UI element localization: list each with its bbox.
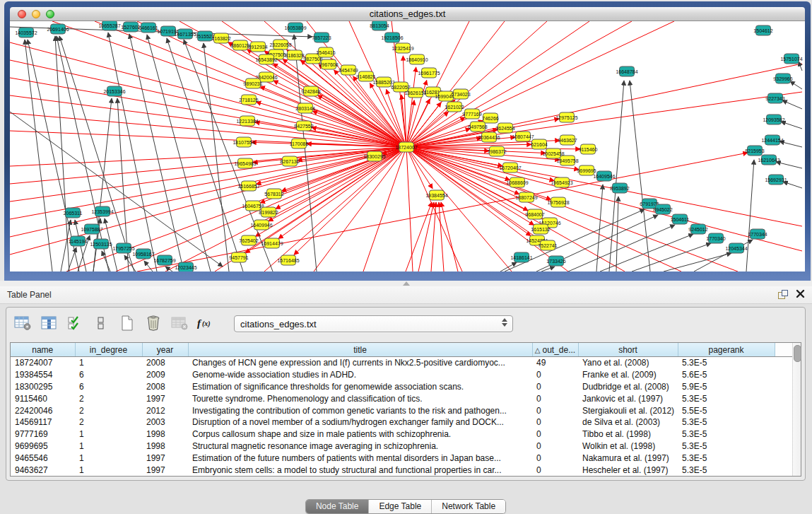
table-cell[interactable]: 2 [75,416,142,428]
graph-node[interactable]: 1770344 [748,229,767,239]
column-header-year[interactable]: year [142,343,188,357]
graph-node[interactable]: 8454749 [339,65,358,75]
table-cell[interactable]: Dudbridge et al. (2008) [578,381,678,393]
table-cell[interactable]: 2012 [142,404,188,416]
table-cell[interactable]: 0 [532,381,578,393]
graph-node[interactable]: 12213384 [236,116,258,126]
table-cell[interactable]: 1 [75,357,142,369]
network-canvas[interactable]: 1872400771638228860128891293423226058982… [10,21,805,271]
graph-node[interactable]: 16720407 [499,163,521,173]
graph-node[interactable]: 8215953 [745,146,764,156]
graph-node[interactable]: 8813054 [370,21,389,30]
table-cell[interactable]: 0 [532,464,578,476]
graph-node[interactable]: 12503135 [90,239,112,249]
table-cell[interactable]: 0 [532,392,578,404]
table-cell[interactable]: Wolkin et al. (1998) [578,440,678,452]
graph-node[interactable]: 7986372 [487,146,506,156]
new-table-button[interactable] [118,315,136,333]
table-cell[interactable]: 9115460 [11,392,75,404]
table-cell[interactable]: 5.3E-5 [678,392,775,404]
tab-node-table[interactable]: Node Table [306,500,370,513]
graph-node[interactable]: 9329966 [773,74,792,83]
graph-node[interactable]: 23226058 [269,40,291,49]
table-cell[interactable]: 2008 [142,381,188,393]
table-row[interactable]: 977716911998Corpus callosum shape and si… [11,428,792,440]
graph-node[interactable]: 6466161 [139,23,158,33]
scrollbar-thumb[interactable] [794,345,801,362]
graph-node[interactable]: 7857223 [312,33,331,42]
delete-table-button[interactable] [170,315,189,333]
tab-network-table[interactable]: Network Table [432,500,505,513]
graph-node[interactable]: 8912934 [248,42,267,52]
table-cell[interactable]: Stergiakouli et al. (2012) [578,404,678,416]
graph-node[interactable]: 16648784 [616,66,637,76]
table-cell[interactable]: Tibbo et al. (1998) [578,428,678,440]
graph-node[interactable]: 16053809 [284,23,306,33]
table-cell[interactable]: Tourette syndrome. Phenomenology and cla… [188,392,532,404]
select-rows-button[interactable] [66,315,84,333]
table-row[interactable]: 1830029562008Estimation of significance … [11,381,792,393]
table-cell[interactable]: 1998 [142,440,188,452]
table-cell[interactable]: Estimation of the future numbers of pati… [188,452,532,464]
graph-node[interactable]: 2718126 [239,95,258,105]
table-cell[interactable]: Franke et al. (2009) [578,369,678,381]
table-cell[interactable]: 1 [75,440,142,452]
graph-node[interactable]: 15692931 [765,175,787,185]
row-height-button[interactable] [92,315,110,333]
table-cell[interactable]: 49 [532,357,578,369]
graph-node[interactable]: 15751074 [780,54,802,64]
show-columns-button[interactable] [40,315,58,333]
network-window-titlebar[interactable]: citations_edges.txt [10,7,805,21]
table-row[interactable]: 2242004622012Investigating the contribut… [11,404,792,416]
table-cell[interactable]: 5.9E-5 [678,381,775,393]
column-header-pagerank[interactable]: pagerank [678,343,775,357]
graph-node[interactable]: 20691406 [47,24,69,34]
graph-node[interactable]: 18107554 [233,137,254,147]
table-cell[interactable]: 5.3E-5 [678,416,775,428]
graph-node[interactable]: 746266 [482,113,498,123]
table-cell[interactable]: 1997 [142,452,188,464]
graph-node[interactable]: 14035572 [15,28,37,37]
graph-node[interactable]: 2967608 [319,59,338,69]
graph-node[interactable]: 8953892 [610,183,629,193]
graph-node[interactable]: 9227343 [765,93,784,103]
table-cell[interactable]: Disruption of a novel member of a sodium… [188,416,532,428]
table-cell[interactable]: 1 [75,428,142,440]
graph-node[interactable]: 19654983 [234,158,256,168]
graph-node[interactable]: 1546416 [316,47,335,57]
table-cell[interactable]: 0 [532,369,578,381]
network-view-window[interactable]: citations_edges.txt 18724007716382288601… [4,1,811,281]
table-cell[interactable]: 5.3E-5 [678,464,775,476]
table-cell[interactable]: de Silva et al. (2003) [578,416,678,428]
graph-node[interactable]: 12045344 [725,243,747,253]
table-row[interactable]: 1938455462009Genome-wide association stu… [11,369,792,381]
table-cell[interactable]: 22420046 [11,404,75,416]
table-selector-combobox[interactable]: citations_edges.txt [234,315,513,332]
table-cell[interactable]: 5.5E-5 [678,404,775,416]
graph-node[interactable]: 6734023 [451,89,470,99]
function-builder-button[interactable]: f(x) [196,315,215,333]
float-panel-icon[interactable] [778,290,787,298]
table-settings-button[interactable] [13,315,32,333]
resize-grip-icon[interactable] [403,281,410,286]
graph-node[interactable]: 20364436 [478,132,500,142]
column-header-out-de[interactable]: △out_de... [532,343,578,357]
graph-node[interactable]: 2065311 [64,208,83,218]
table-cell[interactable]: Embryonic stem cells: a model to study s… [188,464,532,476]
graph-node[interactable]: 1615132 [531,224,550,234]
graph-node[interactable]: 9457791 [229,252,248,262]
table-row[interactable]: 1872400712008Changes of HCN gene express… [11,357,792,369]
close-panel-icon[interactable] [796,289,805,298]
table-cell[interactable]: 5.3E-5 [678,357,775,369]
column-header-short[interactable]: short [578,343,678,357]
table-row[interactable]: 946362711997Embryonic stem cells: a mode… [11,464,792,476]
graph-node[interactable]: 19218506 [381,33,403,42]
graph-node[interactable]: 8945022 [653,204,672,214]
delete-rows-button[interactable] [144,315,163,333]
graph-node[interactable]: 1504612 [753,25,772,35]
graph-node[interactable]: 3624554 [495,123,514,133]
graph-node[interactable]: 1733426 [546,256,565,266]
table-cell[interactable]: Changes of HCN gene expression and I(f) … [188,357,532,369]
graph-node[interactable]: 7522741 [538,240,557,250]
graph-node[interactable]: 8186328 [285,50,304,60]
